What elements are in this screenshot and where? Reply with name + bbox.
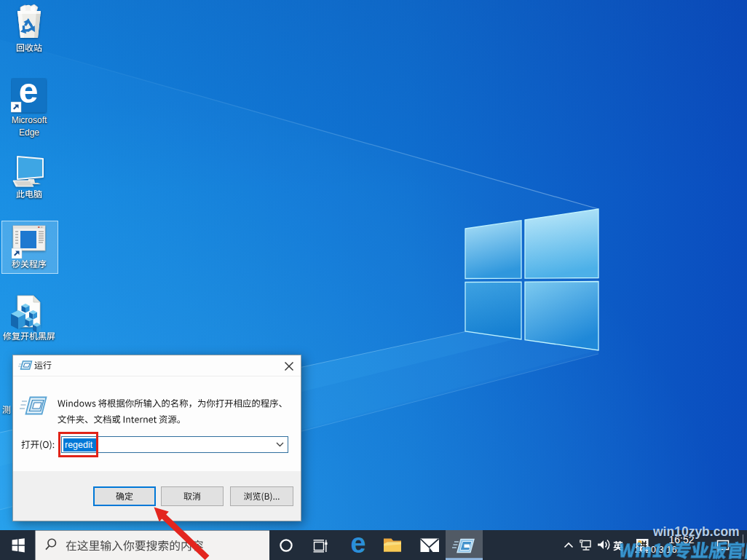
svg-text:e: e bbox=[350, 530, 365, 559]
svg-text:2020/3/16: 2020/3/16 bbox=[635, 544, 677, 555]
svg-text:e: e bbox=[19, 78, 39, 110]
